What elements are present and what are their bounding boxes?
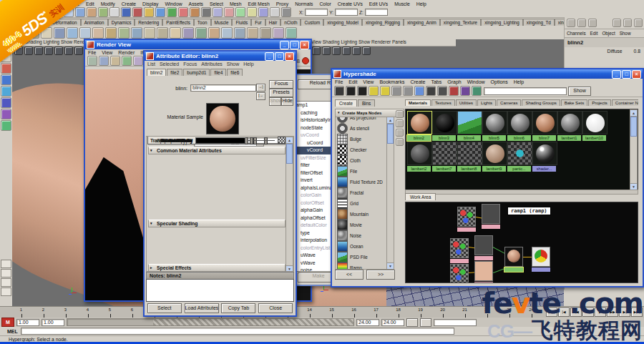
- layout-persp-outliner-button[interactable]: [1, 278, 11, 287]
- frame-tick[interactable]: 4: [77, 307, 99, 318]
- frame-tick[interactable]: 14: [298, 307, 321, 318]
- shelf-tab[interactable]: Muscle: [211, 19, 233, 26]
- hypershade-tool-icon[interactable]: [357, 86, 367, 96]
- snap-to-plane-icon[interactable]: [167, 7, 177, 17]
- shelf-item-icon[interactable]: [182, 27, 194, 39]
- map-button[interactable]: [278, 137, 286, 144]
- material-swatch[interactable]: lambert2: [407, 142, 432, 172]
- hypershade-titlebar[interactable]: Hypershade _ □ ×: [332, 69, 643, 79]
- material-swatch[interactable]: partic...: [507, 142, 532, 172]
- shading-node[interactable]: [532, 247, 550, 272]
- material-swatch[interactable]: blinn2: [407, 111, 432, 142]
- notes-textarea[interactable]: [146, 279, 294, 302]
- menu-item[interactable]: Selected: [160, 62, 179, 67]
- snap-to-curve-icon[interactable]: [144, 7, 154, 17]
- frame-tick[interactable]: 17: [365, 307, 387, 318]
- frame-tick[interactable]: 5: [99, 307, 121, 318]
- paint-effects-icon[interactable]: [258, 7, 268, 17]
- layout-single-pane-button[interactable]: [1, 260, 11, 268]
- hypershade-tool-icon[interactable]: [426, 86, 436, 96]
- close-icon[interactable]: ×: [285, 52, 294, 61]
- auto-key-button[interactable]: [406, 318, 418, 327]
- scroll-up-icon[interactable]: ▲: [630, 110, 637, 117]
- footer-button[interactable]: Select: [147, 303, 182, 313]
- menu-item[interactable]: Bookmarks: [379, 79, 404, 84]
- frame-tick[interactable]: 6: [121, 307, 143, 318]
- select-by-hierarchy-icon[interactable]: [75, 7, 85, 17]
- layout-four-pane-button[interactable]: [1, 269, 11, 277]
- select-by-object-icon[interactable]: [87, 7, 97, 17]
- create-node-item[interactable]: PSD File: [336, 252, 393, 262]
- scroll-down-icon[interactable]: ▼: [387, 262, 394, 269]
- shelf-tab[interactable]: xingxing_Model: [323, 19, 362, 26]
- menu-item[interactable]: View: [363, 79, 374, 84]
- channelbox-layer-icon[interactable]: [613, 19, 621, 27]
- close-icon[interactable]: ×: [632, 70, 641, 79]
- render-current-frame-icon[interactable]: [224, 7, 234, 17]
- input-connections-icon[interactable]: [190, 7, 200, 17]
- material-swatch[interactable]: lambert1: [557, 111, 582, 142]
- layout-hypershade-persp-button[interactable]: [1, 288, 11, 296]
- panel-tool-icon[interactable]: [312, 46, 321, 55]
- show-manip-tool-icon[interactable]: [1, 120, 11, 131]
- panel-tool-icon[interactable]: [44, 46, 53, 55]
- scroll-down-icon[interactable]: ▼: [286, 265, 293, 272]
- menu-item[interactable]: List: [147, 62, 155, 67]
- shelf-tab[interactable]: Fur: [251, 19, 265, 26]
- menu-item[interactable]: Modify: [101, 1, 115, 6]
- section-specular-shading[interactable]: Specular Shading: [148, 220, 286, 227]
- range-slider[interactable]: [67, 318, 354, 326]
- render-tool-icon[interactable]: [99, 56, 109, 66]
- hypershade-tool-icon[interactable]: [391, 86, 401, 96]
- create-list-scrollbar[interactable]: ▲ ▼: [386, 117, 394, 270]
- material-swatch[interactable]: lambert9: [482, 142, 507, 172]
- scroll-thumb[interactable]: [630, 117, 637, 137]
- z-input[interactable]: [365, 9, 388, 16]
- frame-tick[interactable]: 19: [409, 307, 431, 318]
- hypershade-tool-icon[interactable]: [380, 86, 390, 96]
- footer-button[interactable]: Copy Tab: [221, 303, 255, 313]
- channelbox-manip-icon[interactable]: [567, 19, 575, 27]
- hypershade-tool-icon[interactable]: [437, 86, 447, 96]
- playback-start-input[interactable]: 1.00: [42, 319, 64, 326]
- menu-item[interactable]: Window: [165, 1, 182, 6]
- create-node-item[interactable]: Mountain: [336, 209, 393, 220]
- panel-toggle-icon[interactable]: [396, 110, 404, 118]
- material-swatch[interactable]: blinn4: [457, 111, 482, 142]
- hypershade-tool-icon[interactable]: [369, 86, 379, 96]
- abort-render-icon[interactable]: [302, 57, 309, 64]
- material-swatch[interactable]: blinn3: [432, 111, 457, 142]
- create-node-item[interactable]: Noise: [336, 230, 393, 241]
- construction-history-icon[interactable]: [213, 7, 223, 17]
- shelf-tab[interactable]: Fluids: [232, 19, 251, 26]
- create-node-item[interactable]: Movie: [336, 220, 393, 230]
- shelf-item-icon[interactable]: [144, 27, 155, 39]
- page-prev-button[interactable]: <<: [335, 270, 364, 280]
- category-tab[interactable]: Textures: [431, 99, 455, 106]
- work-area-canvas[interactable]: ramp1 (ramp): [405, 202, 638, 283]
- shelf-item-icon[interactable]: [286, 27, 297, 39]
- range-start-input[interactable]: 1.00: [16, 319, 39, 326]
- shelf-tab[interactable]: xingxing_Anim: [404, 19, 440, 26]
- material-swatch[interactable]: shader...: [532, 142, 557, 172]
- scroll-up-icon[interactable]: ▲: [387, 117, 394, 124]
- mel-input[interactable]: [21, 328, 454, 335]
- move-tool-icon[interactable]: [1, 74, 11, 85]
- shading-node[interactable]: [457, 207, 476, 232]
- shelf-item-icon[interactable]: [105, 27, 117, 39]
- x-input[interactable]: [305, 9, 328, 16]
- shelf-item-icon[interactable]: [273, 27, 284, 39]
- category-tab[interactable]: Shading Groups: [522, 99, 560, 106]
- create-node-item[interactable]: File: [336, 166, 393, 177]
- menu-item[interactable]: Edit Mesh: [248, 1, 270, 6]
- shelf-tab[interactable]: xingxing_Lighting: [481, 19, 523, 26]
- create-node-item[interactable]: Bulge: [336, 134, 393, 144]
- shelf-item-icon[interactable]: [234, 27, 245, 39]
- scroll-thumb[interactable]: [387, 124, 394, 144]
- menu-item[interactable]: Options: [491, 79, 508, 84]
- anim-prefs-button[interactable]: [420, 318, 431, 327]
- shelf-item-icon[interactable]: [54, 27, 65, 39]
- hypershade-tool-icon[interactable]: [403, 86, 413, 96]
- material-swatch[interactable]: lambert10: [582, 111, 608, 142]
- maximize-icon[interactable]: □: [622, 70, 631, 79]
